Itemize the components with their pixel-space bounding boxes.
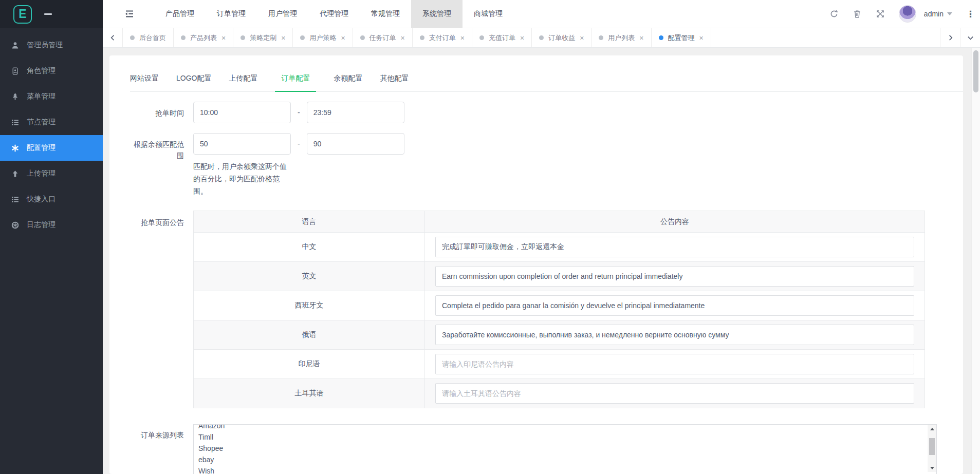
nav-item-general[interactable]: 常规管理 <box>360 0 411 28</box>
config-tab-label: 上传配置 <box>229 74 257 82</box>
announcement-input-es[interactable] <box>435 295 914 316</box>
textarea-scrollbar[interactable] <box>928 425 936 474</box>
sidebar: E 管理员管理 角色管理 菜单管理 节点管理 配置管理 <box>0 0 103 474</box>
balance-range-min-input[interactable] <box>193 133 291 155</box>
close-icon[interactable]: × <box>639 34 643 42</box>
sidebar-item-node-manage[interactable]: 节点管理 <box>0 109 103 135</box>
nav-item-system[interactable]: 系统管理 <box>411 0 463 28</box>
config-tabs: 网站设置 LOGO配置 上传配置 订单配置 余额配置 其他配置 <box>130 73 963 92</box>
nav-item-user[interactable]: 用户管理 <box>257 0 308 28</box>
tab-strategy-custom[interactable]: 策略定制 × <box>233 28 293 47</box>
log-sphere-icon <box>11 221 20 230</box>
close-icon[interactable]: × <box>699 34 704 42</box>
user-avatar[interactable] <box>899 5 916 23</box>
sidebar-item-menu-manage[interactable]: 菜单管理 <box>0 84 103 109</box>
tab-config-manage[interactable]: 配置管理 × <box>652 28 711 47</box>
close-icon[interactable]: × <box>460 34 465 42</box>
tab-balance-config[interactable]: 余额配置 <box>334 73 362 91</box>
balance-range-max-input[interactable] <box>307 133 404 155</box>
tab-label: 用户策略 <box>309 33 336 43</box>
chevron-right-icon <box>947 34 954 41</box>
main-area: 产品管理 订单管理 用户管理 代理管理 常规管理 系统管理 商城管理 <box>103 0 980 474</box>
tab-order-profit[interactable]: 订单收益 × <box>532 28 591 47</box>
table-row: 印尼语 <box>194 350 924 379</box>
trash-icon[interactable] <box>853 9 862 18</box>
tab-site-settings[interactable]: 网站设置 <box>130 73 159 91</box>
refresh-icon[interactable] <box>829 9 839 18</box>
config-card: 网站设置 LOGO配置 上传配置 订单配置 余额配置 其他配置 抢单时间 - <box>109 55 963 474</box>
nav-item-order[interactable]: 订单管理 <box>206 0 257 28</box>
announcement-input-id[interactable] <box>435 354 914 374</box>
logo-block: E <box>0 0 103 28</box>
tab-dot <box>539 35 544 40</box>
tabs-scroll-right-button[interactable] <box>940 28 960 47</box>
close-icon[interactable]: × <box>580 34 584 42</box>
language-cell: 中文 <box>194 233 425 261</box>
tabs-menu-button[interactable] <box>960 28 980 47</box>
tab-pay-order[interactable]: 支付订单 × <box>413 28 472 47</box>
table-row: 英文 <box>194 262 924 291</box>
nav-label: 系统管理 <box>422 9 451 18</box>
nav-item-mall[interactable]: 商城管理 <box>463 0 514 28</box>
nav-item-agent[interactable]: 代理管理 <box>308 0 360 28</box>
page-tabbar: 后台首页 产品列表 × 策略定制 × 用户策略 × <box>103 28 980 48</box>
sidebar-fold-button[interactable] <box>124 9 135 19</box>
fullscreen-icon[interactable] <box>876 9 885 18</box>
grab-time-start-input[interactable] <box>193 102 291 123</box>
tabs-scroll-left-button[interactable] <box>103 28 123 47</box>
tab-other-config[interactable]: 其他配置 <box>380 73 409 91</box>
logo-letter: E <box>19 7 26 21</box>
tab-order-config[interactable]: 订单配置 <box>275 73 316 92</box>
tab-label: 策略定制 <box>250 33 276 43</box>
tab-user-list[interactable]: 用户列表 × <box>591 28 651 47</box>
upload-arrow-icon <box>11 169 20 178</box>
tab-logo-config[interactable]: LOGO配置 <box>176 73 211 91</box>
page-scrollbar[interactable] <box>971 48 980 474</box>
page-scrollbar-thumb[interactable] <box>973 50 978 92</box>
tab-upload-config[interactable]: 上传配置 <box>229 73 257 91</box>
range-separator: - <box>298 140 300 148</box>
announcement-input-zh[interactable] <box>435 237 914 257</box>
nav-item-product[interactable]: 产品管理 <box>154 0 206 28</box>
tab-recharge-order[interactable]: 充值订单 × <box>472 28 532 47</box>
announcement-input-tr[interactable] <box>435 383 914 404</box>
grab-time-end-input[interactable] <box>307 102 404 123</box>
user-menu[interactable]: admin <box>924 10 952 18</box>
sidebar-menu: 管理员管理 角色管理 菜单管理 节点管理 配置管理 上传管理 <box>0 28 103 238</box>
announcement-table-wrap: 语言 公告内容 中文 英文 <box>193 211 925 408</box>
scroll-down-arrow-icon[interactable] <box>928 464 936 472</box>
sidebar-item-upload-manage[interactable]: 上传管理 <box>0 161 103 186</box>
tab-home[interactable]: 后台首页 <box>123 28 174 47</box>
sidebar-item-config-manage[interactable]: 配置管理 <box>0 135 103 161</box>
sidebar-item-admin-manage[interactable]: 管理员管理 <box>0 32 103 58</box>
user-name: admin <box>924 10 944 18</box>
close-icon[interactable]: × <box>520 34 524 42</box>
scroll-up-arrow-icon[interactable] <box>928 425 936 433</box>
announcement-input-en[interactable] <box>435 266 914 287</box>
announcement-input-ru[interactable] <box>435 325 914 345</box>
more-vertical-icon[interactable]: ⋮ <box>966 9 975 20</box>
close-icon[interactable]: × <box>221 34 226 42</box>
table-row: 土耳其语 <box>194 379 924 408</box>
sidebar-item-label: 配置管理 <box>27 143 56 153</box>
tab-product-list[interactable]: 产品列表 × <box>174 28 233 47</box>
scrollbar-track[interactable] <box>928 433 936 464</box>
close-icon[interactable]: × <box>281 34 285 42</box>
sidebar-item-log-manage[interactable]: 日志管理 <box>0 212 103 238</box>
config-tab-label: 余额配置 <box>334 74 362 82</box>
tab-user-strategy[interactable]: 用户策略 × <box>293 28 353 47</box>
topbar-actions: admin ⋮ <box>829 5 980 23</box>
resize-grip-icon[interactable] <box>928 472 936 474</box>
nav-label: 商城管理 <box>474 9 503 18</box>
close-icon[interactable]: × <box>401 34 405 42</box>
tab-label: 后台首页 <box>139 33 166 43</box>
scrollbar-thumb[interactable] <box>929 438 935 455</box>
sidebar-item-role-manage[interactable]: 角色管理 <box>0 58 103 84</box>
sidebar-item-shortcut-entry[interactable]: 快捷入口 <box>0 186 103 212</box>
tab-task-order[interactable]: 任务订单 × <box>353 28 413 47</box>
nav-label: 用户管理 <box>268 9 297 18</box>
node-list-icon <box>11 118 20 127</box>
order-source-textarea[interactable]: Amazon Timll Shopee ebay Wish mercado li… <box>193 424 937 474</box>
close-icon[interactable]: × <box>341 34 345 42</box>
config-tab-label: 其他配置 <box>380 74 409 82</box>
